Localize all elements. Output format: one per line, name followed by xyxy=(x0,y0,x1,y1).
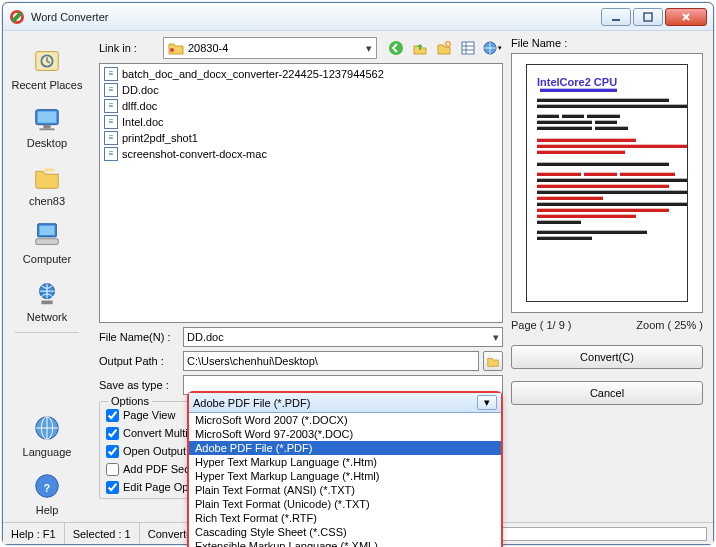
sidebar-item-help[interactable]: ? Help xyxy=(9,466,85,520)
svg-rect-8 xyxy=(38,112,57,123)
minimize-button[interactable] xyxy=(601,8,631,26)
app-icon xyxy=(9,9,25,25)
window-title: Word Converter xyxy=(31,11,599,23)
file-item[interactable]: ≡print2pdf_shot1 xyxy=(104,130,498,146)
edit-page-opt-checkbox[interactable] xyxy=(106,481,119,494)
sidebar-item-computer[interactable]: Computer xyxy=(9,215,85,269)
back-button[interactable] xyxy=(385,37,407,59)
folder-icon xyxy=(168,40,184,56)
close-button[interactable] xyxy=(665,8,707,26)
save-as-type-label: Save as type : xyxy=(99,379,179,391)
zoom-info: Zoom ( 25% ) xyxy=(636,319,703,331)
sidebar-item-language[interactable]: Language xyxy=(9,408,85,462)
dropdown-option[interactable]: Plain Text Format (ANSI) (*.TXT) xyxy=(189,483,501,497)
computer-icon xyxy=(31,219,63,251)
app-window: Word Converter Recent Places Desktop che… xyxy=(2,2,714,545)
dropdown-option[interactable]: Rich Text Format (*.RTF) xyxy=(189,511,501,525)
doc-icon: ≡ xyxy=(104,83,118,97)
add-pdf-secu-checkbox[interactable] xyxy=(106,463,119,476)
file-name-label: File Name(N) : xyxy=(99,331,179,343)
dropdown-option[interactable]: Plain Text Format (Unicode) (*.TXT) xyxy=(189,497,501,511)
dropdown-option[interactable]: MicroSoft Word 97-2003(*.DOC) xyxy=(189,427,501,441)
cancel-button[interactable]: Cancel xyxy=(511,381,703,405)
view-web-button[interactable]: ▾ xyxy=(481,37,503,59)
link-in-label: Link in : xyxy=(99,42,159,54)
view-list-button[interactable] xyxy=(457,37,479,59)
language-icon xyxy=(31,412,63,444)
maximize-button[interactable] xyxy=(633,8,663,26)
page-info: Page ( 1/ 9 ) xyxy=(511,319,572,331)
status-help: Help : F1 xyxy=(3,523,65,544)
output-path-input[interactable]: C:\Users\chenhui\Desktop\ xyxy=(183,351,479,371)
file-name-input[interactable]: DD.doc▾ xyxy=(183,327,503,347)
sidebar-item-user[interactable]: chen83 xyxy=(9,157,85,211)
page-view-checkbox[interactable] xyxy=(106,409,119,422)
sidebar-item-desktop[interactable]: Desktop xyxy=(9,99,85,153)
dropdown-option[interactable]: Extensible Markup Language (*.XML) xyxy=(189,539,501,547)
sidebar-item-recent[interactable]: Recent Places xyxy=(9,41,85,95)
dropdown-current[interactable]: Adobe PDF File (*.PDF)▾ xyxy=(189,393,501,413)
places-sidebar: Recent Places Desktop chen83 Computer Ne… xyxy=(3,37,91,520)
doc-icon: ≡ xyxy=(104,115,118,129)
help-icon: ? xyxy=(31,470,63,502)
dropdown-option[interactable]: Cascading Style Sheet (*.CSS) xyxy=(189,525,501,539)
file-item[interactable]: ≡screenshot-convert-docx-mac xyxy=(104,146,498,162)
doc-icon: ≡ xyxy=(104,99,118,113)
save-as-type-dropdown[interactable]: Adobe PDF File (*.PDF)▾ MicroSoft Word 2… xyxy=(187,391,503,547)
svg-text:?: ? xyxy=(44,483,50,494)
svg-rect-15 xyxy=(41,301,52,305)
svg-rect-4 xyxy=(644,13,652,21)
convert-button[interactable]: Convert(C) xyxy=(511,345,703,369)
user-folder-icon xyxy=(31,161,63,193)
caret-down-icon: ▾ xyxy=(477,395,497,410)
convert-multi-checkbox[interactable] xyxy=(106,427,119,440)
browse-output-button[interactable] xyxy=(483,351,503,371)
file-list[interactable]: ≡batch_doc_and_docx_converter-224425-123… xyxy=(99,63,503,323)
file-item[interactable]: ≡batch_doc_and_docx_converter-224425-123… xyxy=(104,66,498,82)
doc-icon: ≡ xyxy=(104,67,118,81)
sidebar-item-network[interactable]: Network xyxy=(9,273,85,327)
dropdown-option[interactable]: Adobe PDF File (*.PDF) xyxy=(189,441,501,455)
svg-point-21 xyxy=(389,41,403,55)
preview-page: IntelCore2 CPU ▬▬▬▬▬▬▬ ▬▬▬▬▬▬▬▬▬▬▬▬ ▬▬▬▬… xyxy=(526,64,688,302)
folder-path-combo[interactable]: 20830-4 ▾ xyxy=(163,37,377,59)
network-icon xyxy=(31,277,63,309)
file-item[interactable]: ≡DD.doc xyxy=(104,82,498,98)
svg-rect-3 xyxy=(612,19,620,21)
dropdown-option[interactable]: Hyper Text Markup Language (*.Html) xyxy=(189,469,501,483)
svg-rect-13 xyxy=(36,239,59,245)
file-item[interactable]: ≡dlff.doc xyxy=(104,98,498,114)
status-selected: Selected : 1 xyxy=(65,523,140,544)
caret-down-icon: ▾ xyxy=(493,331,499,344)
file-item[interactable]: ≡Intel.doc xyxy=(104,114,498,130)
caret-down-icon: ▾ xyxy=(366,42,372,55)
preview-panel: IntelCore2 CPU ▬▬▬▬▬▬▬ ▬▬▬▬▬▬▬▬▬▬▬▬ ▬▬▬▬… xyxy=(511,53,703,313)
folder-open-icon xyxy=(486,354,500,368)
svg-point-20 xyxy=(170,48,174,52)
svg-rect-12 xyxy=(40,226,55,235)
file-name-panel-label: File Name : xyxy=(511,37,703,49)
titlebar[interactable]: Word Converter xyxy=(3,3,713,31)
new-folder-button[interactable] xyxy=(433,37,455,59)
svg-rect-23 xyxy=(462,42,474,54)
up-folder-button[interactable] xyxy=(409,37,431,59)
svg-rect-9 xyxy=(43,125,51,129)
open-output-checkbox[interactable] xyxy=(106,445,119,458)
doc-icon: ≡ xyxy=(104,131,118,145)
doc-icon: ≡ xyxy=(104,147,118,161)
svg-rect-10 xyxy=(40,128,55,130)
desktop-icon xyxy=(31,103,63,135)
dropdown-option[interactable]: Hyper Text Markup Language (*.Htm) xyxy=(189,455,501,469)
output-path-label: Output Path : xyxy=(99,355,179,367)
recent-icon xyxy=(31,45,63,77)
dropdown-option[interactable]: MicroSoft Word 2007 (*.DOCX) xyxy=(189,413,501,427)
